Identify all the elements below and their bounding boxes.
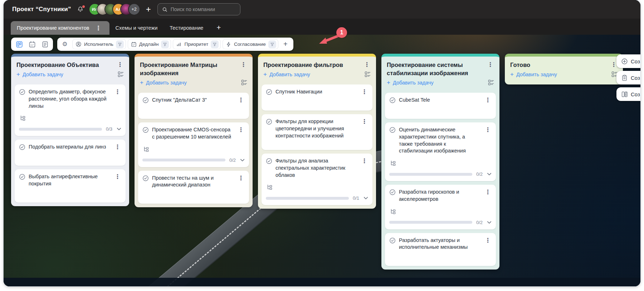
subtasks-icon <box>143 146 246 152</box>
filter-label: Приоритет <box>184 42 208 47</box>
chevron-down-icon[interactable] <box>487 171 492 177</box>
progress-count: 0/2 <box>229 157 236 163</box>
add-filter-button[interactable]: + <box>280 39 291 49</box>
column-kebab-menu-icon[interactable]: ⋮ <box>486 61 495 68</box>
tab-components-design[interactable]: Проектирование компонентов ⋮ <box>11 21 109 35</box>
add-task-label: Добавить задачу <box>393 80 434 86</box>
check-circle-icon[interactable] <box>19 89 25 110</box>
card-kebab-menu-icon[interactable]: ⋮ <box>113 88 122 110</box>
card-kebab-menu-icon[interactable]: ⋮ <box>236 174 246 189</box>
check-circle-icon[interactable] <box>19 174 25 187</box>
chevron-down-icon[interactable] <box>240 157 245 163</box>
task-card[interactable]: Проектирование CMOS-сенсора с разрешение… <box>138 122 249 167</box>
chevron-down-icon[interactable] <box>116 126 122 132</box>
task-card[interactable]: Определить диаметр, фокусное расстояние,… <box>15 84 126 136</box>
task-card[interactable]: Выбрать антирефлективные покрытия ⋮ <box>15 169 126 202</box>
task-card[interactable]: Разработка гироскопов и акселерометров ⋮… <box>385 185 496 229</box>
check-circle-icon[interactable] <box>266 158 272 179</box>
task-card[interactable]: CubeSat Tele ⋮ <box>385 93 496 119</box>
column-kebab-menu-icon[interactable]: ⋮ <box>115 61 125 68</box>
create-button-3[interactable]: Соз <box>616 87 640 101</box>
card-kebab-menu-icon[interactable]: ⋮ <box>483 237 493 251</box>
gear-icon[interactable]: ⚙ <box>60 39 70 49</box>
swimlane-icon[interactable] <box>364 71 371 78</box>
add-task-button[interactable]: +Добавить задачу <box>387 79 434 86</box>
app-window: Проект “Спутники” Ил Ал +2 + Проектирова… <box>4 0 640 286</box>
tab-kebab-menu-icon[interactable]: ⋮ <box>94 24 103 32</box>
task-title: Провести тесты на шум и динамический диа… <box>152 175 233 189</box>
search-input[interactable] <box>171 6 236 12</box>
create-button-label: Соз <box>631 75 640 81</box>
add-task-button[interactable]: +Добавить задачу <box>140 79 187 86</box>
filter-deadline[interactable]: Дедлайн <box>128 39 171 49</box>
chevron-down-icon[interactable] <box>487 220 492 225</box>
task-title: Проектирование CMOS-сенсора с разрешение… <box>152 126 233 140</box>
task-card[interactable]: Провести тесты на шум и динамический диа… <box>138 171 249 204</box>
add-member-button[interactable]: + <box>145 5 152 14</box>
card-kebab-menu-icon[interactable]: ⋮ <box>483 188 493 203</box>
check-circle-icon[interactable] <box>389 189 396 203</box>
swimlane-icon[interactable] <box>241 79 248 86</box>
subtasks-icon <box>390 160 493 166</box>
card-kebab-menu-icon[interactable]: ⋮ <box>236 96 246 104</box>
notifications-bell-icon[interactable] <box>77 6 84 13</box>
card-kebab-menu-icon[interactable]: ⋮ <box>360 88 369 96</box>
add-task-button[interactable]: +Добавить задачу <box>263 71 310 77</box>
filters-bar: ⚙ Исполнитель Дедлайн Приоритет <box>57 38 293 51</box>
calendar-view-icon[interactable] <box>26 39 38 49</box>
check-circle-icon[interactable] <box>389 97 396 104</box>
board-background: ⚙ Исполнитель Дедлайн Приоритет <box>4 35 640 286</box>
card-kebab-menu-icon[interactable]: ⋮ <box>360 118 369 139</box>
task-card[interactable]: Разработать актуаторы и исполнительные м… <box>385 233 496 266</box>
add-task-button[interactable]: +Добавить задачу <box>510 71 557 77</box>
swimlane-icon[interactable] <box>488 79 494 86</box>
check-circle-icon[interactable] <box>266 118 272 139</box>
tab-schemes-drawings[interactable]: Схемы и чертежи <box>109 21 164 35</box>
add-task-label: Добавить задачу <box>516 72 557 77</box>
task-card[interactable]: Подобрать материалы для линз ⋮ <box>15 140 126 166</box>
filter-label: Согласование <box>234 42 266 47</box>
avatar-more-count[interactable]: +2 <box>129 4 140 15</box>
card-kebab-menu-icon[interactable]: ⋮ <box>360 157 369 179</box>
create-button-1[interactable]: Соз <box>616 54 640 68</box>
notification-dot <box>82 5 85 8</box>
check-circle-icon[interactable] <box>389 237 396 251</box>
tab-testing[interactable]: Тестирование <box>164 21 209 35</box>
card-kebab-menu-icon[interactable]: ⋮ <box>483 126 493 155</box>
card-kebab-menu-icon[interactable]: ⋮ <box>113 173 122 187</box>
board-toolbar: ⚙ Исполнитель Дедлайн Приоритет <box>4 35 640 51</box>
task-card[interactable]: Спутник "ДельтаСат 3" ⋮ <box>138 93 249 119</box>
card-kebab-menu-icon[interactable]: ⋮ <box>236 126 246 140</box>
task-title: Спутник Навигации <box>275 88 356 96</box>
check-circle-icon[interactable] <box>389 127 396 155</box>
add-task-button[interactable]: +Добавить задачу <box>16 71 63 77</box>
check-circle-icon[interactable] <box>142 175 149 189</box>
task-card[interactable]: Спутник Навигации ⋮ <box>262 84 372 111</box>
swimlane-icon[interactable] <box>117 71 124 78</box>
column-kebab-menu-icon[interactable]: ⋮ <box>239 61 248 68</box>
column-kebab-menu-icon[interactable]: ⋮ <box>362 61 372 68</box>
card-kebab-menu-icon[interactable]: ⋮ <box>483 96 493 104</box>
card-kebab-menu-icon[interactable]: ⋮ <box>113 143 122 151</box>
check-circle-icon[interactable] <box>19 144 25 151</box>
filter-label: Дедлайн <box>139 42 159 47</box>
subtasks-icon <box>20 115 122 121</box>
filter-assignee[interactable]: Исполнитель <box>72 39 126 49</box>
progress-bar <box>389 221 472 224</box>
add-tab-button[interactable]: + <box>209 23 228 35</box>
filter-priority[interactable]: Приоритет <box>173 39 221 49</box>
check-circle-icon[interactable] <box>142 127 149 140</box>
task-card[interactable]: Оценить динамические характеристики спут… <box>385 122 496 181</box>
column-title: Готово <box>510 61 532 69</box>
task-card[interactable]: Фильтры для анализа спектральных характе… <box>262 154 372 205</box>
task-card[interactable]: Фильтры для коррекции цветопередачи и ул… <box>262 114 372 150</box>
progress-count: 0/2 <box>476 220 483 225</box>
kanban-view-icon[interactable] <box>14 39 25 49</box>
list-view-icon[interactable] <box>39 39 50 49</box>
search-box[interactable] <box>157 3 240 15</box>
filter-approval[interactable]: Согласование <box>223 39 278 49</box>
check-circle-icon[interactable] <box>142 97 149 104</box>
check-circle-icon[interactable] <box>266 89 272 96</box>
create-button-2[interactable]: Соз <box>616 71 640 84</box>
chevron-down-icon[interactable] <box>363 195 369 201</box>
